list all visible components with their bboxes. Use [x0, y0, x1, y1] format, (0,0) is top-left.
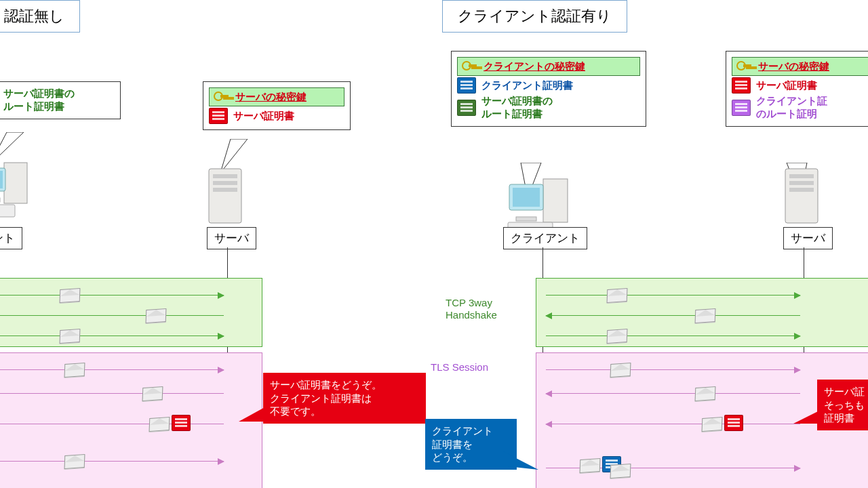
envelope-icon — [142, 386, 163, 401]
right-server-label: サーバ — [783, 227, 833, 249]
cert-icon — [732, 77, 751, 94]
svg-rect-19 — [516, 217, 536, 221]
svg-rect-15 — [543, 179, 568, 222]
right-server-callout: サーバの秘密鍵 サーバ証明書 クライアント証 のルート証明 — [726, 51, 868, 127]
envelope-icon — [702, 417, 723, 432]
envelope-icon — [610, 464, 631, 479]
envelope-icon — [146, 308, 167, 323]
left-server-label: サーバ — [207, 227, 256, 249]
arrow — [546, 369, 800, 370]
svg-rect-2 — [4, 163, 27, 203]
server-icon — [203, 166, 251, 227]
left-client-callout: サーバ証明書の ルート証明書 — [0, 81, 121, 119]
svg-rect-11 — [213, 188, 237, 192]
svg-rect-10 — [213, 181, 237, 185]
envelope-icon — [610, 363, 631, 378]
title-right: クライアント認証有り — [442, 0, 627, 33]
envelope-icon — [149, 417, 170, 432]
svg-rect-4 — [0, 171, 3, 188]
svg-rect-17 — [513, 188, 540, 207]
right-client-callout: クライアントの秘密鍵 クライアント証明書 サーバ証明書の ルート証明書 — [451, 51, 646, 127]
speech-tail — [502, 451, 540, 471]
computer-icon — [505, 175, 573, 230]
arrow — [0, 369, 224, 370]
arrow — [0, 295, 224, 296]
svg-rect-22 — [789, 174, 814, 178]
left-server-callout: サーバの秘密鍵 サーバ証明書 — [203, 81, 351, 130]
key-icon — [212, 89, 230, 104]
cert-icon — [209, 108, 228, 124]
svg-rect-24 — [789, 188, 814, 192]
envelope-icon — [64, 363, 85, 378]
svg-marker-26 — [793, 410, 821, 424]
envelope-icon — [64, 454, 85, 469]
speech-tail — [239, 407, 266, 427]
envelope-icon — [580, 458, 601, 473]
arrow — [0, 461, 224, 462]
tcp-label: TCP 3wayHandshake — [446, 297, 497, 321]
server-icon — [780, 166, 827, 227]
svg-rect-7 — [0, 205, 15, 217]
arrow — [0, 393, 224, 394]
arrow — [546, 393, 800, 394]
speech-left-server: サーバ証明書をどうぞ。 クライアント証明書は 不要です。 — [263, 373, 426, 424]
cert-icon — [732, 100, 751, 116]
cert-icon — [172, 415, 191, 431]
svg-rect-9 — [213, 174, 237, 178]
svg-marker-12 — [239, 407, 266, 422]
envelope-icon — [695, 386, 716, 401]
arrow — [546, 424, 800, 424]
key-icon — [735, 59, 753, 74]
envelope-icon — [60, 288, 81, 303]
cert-icon — [457, 77, 476, 94]
speech-right-server: サーバ証 そっちも 証明書 — [817, 380, 868, 430]
arrow — [546, 315, 800, 316]
tls-label: TLS Session — [431, 361, 488, 373]
title-left: ト認証無し — [0, 0, 80, 33]
envelope-icon — [607, 288, 628, 303]
envelope-icon — [695, 308, 716, 323]
computer-icon — [0, 156, 34, 224]
envelope-icon — [60, 329, 81, 344]
cert-icon — [724, 415, 743, 431]
svg-rect-23 — [789, 181, 814, 185]
arrow — [546, 295, 800, 296]
arrow — [546, 336, 800, 336]
right-client-label: クライアント — [503, 227, 587, 249]
svg-marker-25 — [502, 451, 538, 470]
arrow — [0, 336, 224, 336]
envelope-icon — [607, 329, 628, 344]
arrow — [0, 315, 224, 316]
cert-icon — [457, 100, 476, 116]
speech-tail — [793, 410, 821, 429]
left-client-label: アント — [0, 227, 22, 249]
key-icon — [460, 59, 478, 74]
